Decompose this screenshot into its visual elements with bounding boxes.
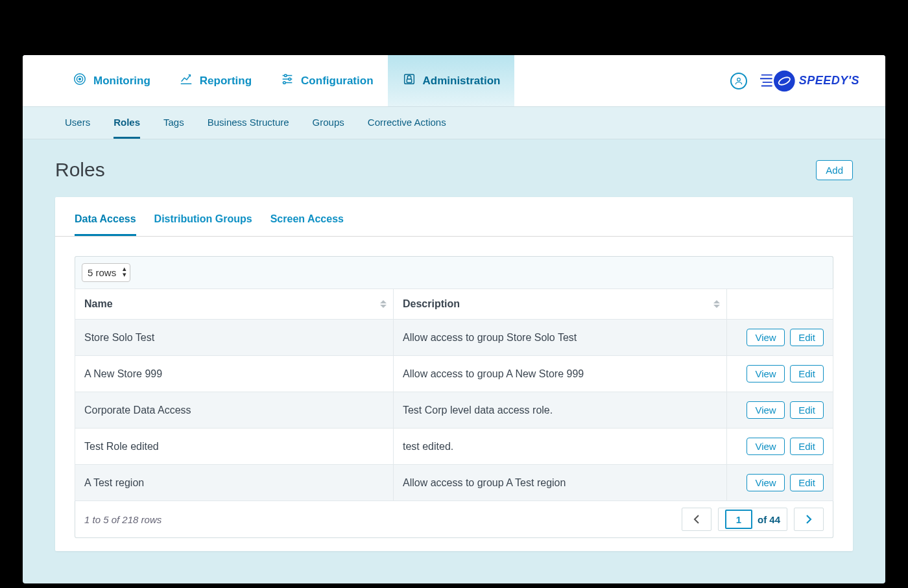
cell-name: A New Store 999 (75, 356, 394, 392)
rows-per-page-select[interactable]: 5 rows (82, 263, 130, 282)
cell-description: Test Corp level data access role. (393, 392, 726, 429)
subnav-roles[interactable]: Roles (114, 107, 140, 139)
svg-point-4 (289, 78, 291, 80)
nav-label: Configuration (301, 75, 373, 88)
cell-description: Allow access to group A Test region (393, 465, 726, 501)
table-footer: 1 to 5 of 218 rows of 44 (75, 501, 833, 538)
column-header-actions (727, 289, 833, 320)
next-page-button[interactable] (794, 508, 824, 531)
nav-reporting[interactable]: Reporting (165, 55, 266, 106)
view-button[interactable]: View (747, 438, 784, 455)
page-header: Roles Add (55, 159, 853, 181)
subnav-users[interactable]: Users (65, 107, 90, 139)
view-button[interactable]: View (747, 365, 784, 382)
nav-label: Monitoring (93, 75, 150, 88)
primary-nav: Monitoring Reporting Configuration Admin… (23, 55, 885, 107)
add-button[interactable]: Add (816, 160, 853, 180)
column-header-name[interactable]: Name (75, 289, 394, 320)
row-range-text: 1 to 5 of 218 rows (84, 514, 161, 525)
sort-icon (713, 300, 720, 308)
page-indicator: of 44 (718, 508, 787, 531)
page-body: Roles Add Data Access Distribution Group… (23, 139, 885, 583)
table-row: Corporate Data Access Test Corp level da… (75, 392, 833, 429)
lock-icon (402, 72, 416, 89)
view-button[interactable]: View (747, 329, 784, 346)
table-row: A New Store 999 Allow access to group A … (75, 356, 833, 392)
topnav-right: SPEEDY'S (730, 67, 885, 95)
cell-description: Allow access to group A New Store 999 (393, 356, 726, 392)
page-number-input[interactable] (725, 510, 752, 529)
chart-line-icon (179, 72, 193, 89)
tab-screen-access[interactable]: Screen Access (270, 213, 344, 236)
view-button[interactable]: View (747, 401, 784, 419)
roles-card: Data Access Distribution Groups Screen A… (55, 197, 853, 551)
sort-icon (380, 300, 387, 308)
page-title: Roles (55, 159, 105, 181)
page-total-label: of 44 (758, 514, 780, 525)
brand-name: SPEEDY'S (799, 74, 859, 88)
table-toolbar: 5 rows ▴▾ (75, 256, 833, 288)
nav-administration[interactable]: Administration (388, 55, 515, 106)
pagination: of 44 (682, 508, 824, 531)
roles-table: Name Description Store Solo (75, 288, 833, 501)
target-icon (73, 72, 87, 89)
subnav-tags[interactable]: Tags (163, 107, 184, 139)
svg-point-3 (285, 75, 287, 77)
user-icon[interactable] (730, 73, 747, 89)
cell-description: test edited. (393, 429, 726, 465)
cell-name: Corporate Data Access (75, 392, 394, 429)
brand-logo: SPEEDY'S (760, 67, 859, 95)
secondary-nav: Users Roles Tags Business Structure Grou… (23, 107, 885, 139)
rows-select-wrap: 5 rows ▴▾ (82, 263, 130, 282)
nav-monitoring[interactable]: Monitoring (58, 55, 165, 106)
edit-button[interactable]: Edit (790, 474, 824, 491)
cell-name: A Test region (75, 465, 394, 501)
tab-data-access[interactable]: Data Access (75, 213, 136, 236)
column-header-description[interactable]: Description (393, 289, 726, 320)
nav-configuration[interactable]: Configuration (266, 55, 387, 106)
table-container: 5 rows ▴▾ Name Description (55, 237, 853, 538)
nav-label: Reporting (200, 75, 252, 88)
edit-button[interactable]: Edit (790, 329, 824, 346)
sliders-icon (280, 72, 294, 89)
edit-button[interactable]: Edit (790, 365, 824, 382)
subnav-groups[interactable]: Groups (313, 107, 344, 139)
table-row: A Test region Allow access to group A Te… (75, 465, 833, 501)
svg-point-5 (283, 82, 286, 84)
view-button[interactable]: View (747, 474, 784, 491)
svg-rect-7 (407, 79, 411, 83)
cell-name: Store Solo Test (75, 320, 394, 356)
chevron-right-icon (806, 515, 812, 524)
subnav-corrective-actions[interactable]: Corrective Actions (368, 107, 446, 139)
nav-label: Administration (423, 75, 501, 88)
table-row: Test Role edited test edited. View Edit (75, 429, 833, 465)
edit-button[interactable]: Edit (790, 401, 824, 419)
app-window: Monitoring Reporting Configuration Admin… (23, 55, 885, 583)
subnav-business-structure[interactable]: Business Structure (208, 107, 289, 139)
svg-point-8 (737, 78, 740, 81)
edit-button[interactable]: Edit (790, 438, 824, 455)
cell-description: Allow access to group Store Solo Test (393, 320, 726, 356)
cell-name: Test Role edited (75, 429, 394, 465)
chevron-left-icon (693, 515, 700, 524)
tab-distribution-groups[interactable]: Distribution Groups (154, 213, 252, 236)
table-row: Store Solo Test Allow access to group St… (75, 320, 833, 356)
svg-point-2 (79, 78, 81, 80)
inner-tabs: Data Access Distribution Groups Screen A… (55, 213, 853, 237)
prev-page-button[interactable] (682, 508, 711, 531)
